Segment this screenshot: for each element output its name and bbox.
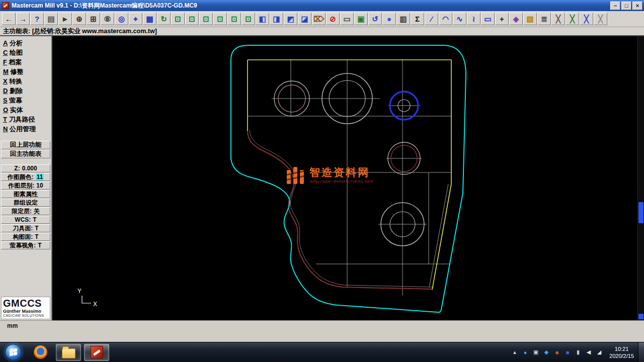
shade-icon[interactable]: ● (382, 13, 396, 25)
taskbar-firefox[interactable] (28, 344, 53, 361)
solid-icon[interactable]: ▧ (523, 13, 537, 25)
minimize-button[interactable]: – (610, 2, 620, 10)
zoom-window-icon[interactable]: ⊞ (87, 13, 100, 25)
select-window-icon[interactable]: ▦ (143, 13, 156, 25)
taskbar-mastercam[interactable] (84, 344, 109, 361)
network-icon[interactable]: ◢ (595, 349, 603, 355)
status-attributes-button[interactable]: 图素属性 (1, 190, 50, 198)
zoom-in-icon[interactable]: ⊕ (72, 13, 86, 25)
drawing-canvas[interactable]: Y X 智造资料网 INTELLIGENT MANUFACTURING DATA (52, 36, 644, 320)
input-method-icon[interactable]: ● (521, 349, 529, 355)
show-desktop-button[interactable] (638, 342, 644, 362)
cplane-top-icon[interactable]: ◧ (256, 13, 269, 25)
back-arrow-icon[interactable]: ← (2, 13, 16, 25)
point-icon[interactable]: + (495, 13, 509, 25)
help-icon[interactable]: ? (30, 13, 44, 25)
toolbar-list-icon[interactable]: ≣ (537, 13, 551, 25)
status-groups-button[interactable]: 群组设定 (1, 199, 50, 207)
cad-drawing: Y X (52, 36, 644, 320)
sidebar-item-screen[interactable]: S 萤幕 (0, 96, 51, 105)
status-tool-plane-button[interactable]: 刀具面:T (1, 224, 50, 232)
sidebar-item-analyze[interactable]: A 分析 (0, 38, 51, 48)
status-limit-level-button[interactable]: 限定层:关 (1, 207, 50, 215)
trim-one-icon[interactable]: ╳ (551, 13, 565, 25)
status-draw-color-button[interactable]: 作图颜色:11 (1, 173, 50, 181)
holes[interactable] (274, 73, 424, 246)
stock-boundary[interactable] (248, 60, 451, 290)
machining-contour[interactable] (248, 132, 432, 289)
trim-break-icon[interactable]: ╳ (594, 13, 607, 25)
screen-stats-icon[interactable]: ▥ (396, 13, 410, 25)
sidebar-item-toolpaths[interactable]: T 刀具路径 (0, 115, 51, 124)
start-button[interactable] (0, 342, 26, 362)
gview-axon-icon[interactable]: ⊡ (242, 13, 255, 25)
pan-icon[interactable]: ⌖ (129, 13, 142, 25)
battery-icon[interactable]: ▮ (574, 349, 582, 355)
line-icon[interactable]: ∕ (425, 13, 438, 25)
cursor-help-icon[interactable]: ► (58, 13, 72, 25)
sidebar-item-solids[interactable]: O 实体 (0, 105, 51, 115)
hidden-icons-arrow[interactable]: ▴ (511, 349, 519, 355)
main-menu-button[interactable]: 回主功能表 (1, 150, 50, 158)
undo-icon[interactable]: ↺ (368, 13, 382, 25)
menu-hint-text: 主功能表: [总经销:欣昊实业 www.mastercam.com.tw] (3, 28, 157, 35)
vertical-scrollbar[interactable] (637, 36, 644, 320)
sigma-icon[interactable]: Σ (411, 13, 424, 25)
status-z-depth-button[interactable]: Z:0.000 (1, 164, 50, 172)
gview-front-icon[interactable]: ⊡ (185, 13, 199, 25)
machining-contour-shadow[interactable] (250, 130, 434, 287)
sidebar-item-nc-utils[interactable]: N 公用管理 (0, 124, 51, 134)
trim-two-icon[interactable]: ╳ (566, 13, 579, 25)
clipboard-icon[interactable]: ▣ (532, 349, 540, 355)
sidebar-item-xform[interactable]: X 转换 (0, 76, 51, 86)
sidebar-item-create[interactable]: C 绘图 (0, 48, 51, 57)
wireframe-geometry[interactable] (248, 60, 451, 296)
mastercam-window: Mastercam Mill v9.1 - D:\资料网Mastercam编程\… (0, 0, 644, 362)
sync-icon[interactable]: ■ (564, 349, 572, 355)
copy-screen-icon[interactable]: ▣ (354, 13, 368, 25)
sidebar-nav: 回上层功能回主功能表 (0, 140, 51, 159)
delete-icon[interactable]: ⊘ (326, 13, 340, 25)
shield-icon[interactable]: ◆ (542, 349, 550, 355)
blank-screen-icon[interactable]: ▭ (340, 13, 354, 25)
cplane-side-icon[interactable]: ◩ (284, 13, 297, 25)
gview-back-icon[interactable]: ⊡ (199, 13, 213, 25)
taskbar-clock[interactable]: 10:21 2020/2/15 (605, 345, 638, 359)
notepad-icon[interactable]: ▤ (44, 13, 58, 25)
status-draw-level-button[interactable]: 作图层别:10 (1, 182, 50, 190)
zoom-fit-icon[interactable]: ◎ (115, 13, 128, 25)
surface-icon[interactable]: ◈ (509, 13, 523, 25)
gview-side-icon[interactable]: ⊡ (213, 13, 227, 25)
cplane-3d-icon[interactable]: ◪ (298, 13, 311, 25)
status-graphics-view-button[interactable]: 萤幕视角:T (1, 241, 50, 249)
forward-arrow-icon[interactable]: → (16, 13, 30, 25)
backup-button[interactable]: 回上层功能 (1, 141, 50, 149)
taskbar: ▴●▣◆■■▮◀◢ 10:21 2020/2/15 (0, 342, 644, 362)
sidebar-item-modify[interactable]: M 修整 (0, 67, 51, 76)
gview-top-icon[interactable]: ⊡ (171, 13, 185, 25)
volume-icon[interactable]: ◀ (585, 349, 593, 355)
scrollbar-thumb[interactable] (638, 202, 643, 223)
close-button[interactable]: × (632, 2, 642, 10)
trim-divide-icon[interactable]: ╳ (580, 13, 593, 25)
arc-icon[interactable]: ◠ (439, 13, 452, 25)
rectangle-icon[interactable]: ▭ (481, 13, 495, 25)
mastercam-app-icon[interactable] (2, 2, 9, 9)
spline-icon[interactable]: ∿ (453, 13, 466, 25)
gview-iso-icon[interactable]: ⊡ (227, 13, 241, 25)
repaint-icon[interactable]: ⌦ (312, 13, 326, 25)
status-construction-plane-button[interactable]: 构图面:T (1, 233, 50, 241)
restore-button[interactable]: □ (621, 2, 631, 10)
alert-icon[interactable]: ■ (553, 349, 561, 355)
menu-hint-bar: 主功能表: [总经销:欣昊实业 www.mastercam.com.tw] (0, 27, 644, 36)
cplane-front-icon[interactable]: ◨ (270, 13, 283, 25)
part-outline[interactable] (231, 45, 466, 312)
taskbar-explorer[interactable] (56, 344, 81, 361)
sidebar-menu: A 分析C 绘图F 档案M 修整X 转换D 删除S 萤幕O 实体T 刀具路径N … (0, 38, 51, 134)
status-wcs-button[interactable]: WCS:T (1, 216, 50, 224)
dynamic-spin-icon[interactable]: ↻ (157, 13, 171, 25)
zoom-previous-icon[interactable]: ⑧ (101, 13, 114, 25)
sidebar-item-file[interactable]: F 档案 (0, 57, 51, 67)
curve-icon[interactable]: ≀ (467, 13, 480, 25)
sidebar-item-delete[interactable]: D 删除 (0, 86, 51, 96)
